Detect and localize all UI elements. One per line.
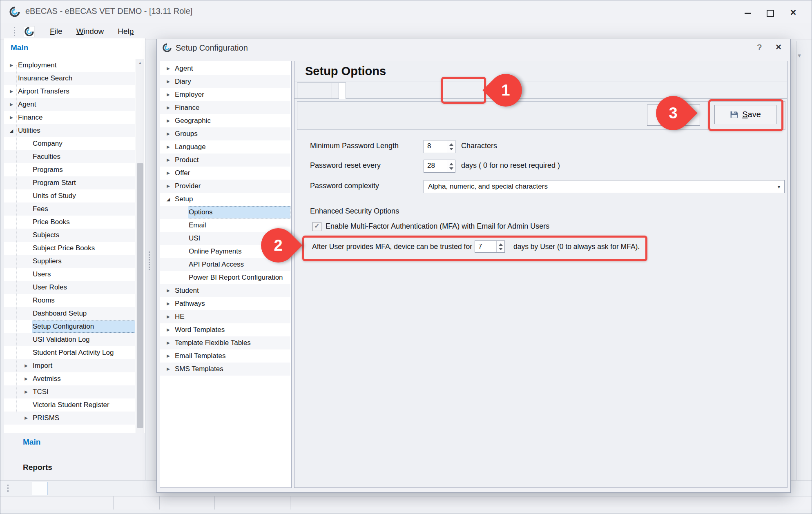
maximize-button[interactable] <box>761 7 779 19</box>
dialog-tree-item[interactable]: ▶ Language <box>160 140 290 154</box>
scrollbar-thumb[interactable] <box>137 163 143 428</box>
tree-expand-icon[interactable]: ▶ <box>165 101 172 114</box>
spinner-arrows[interactable] <box>447 160 455 172</box>
menu-item[interactable]: Window <box>75 27 106 36</box>
dialog-tree-item[interactable]: Options <box>160 206 290 219</box>
tree-expand-icon[interactable]: ▶ <box>165 75 172 88</box>
sidebar-tree-item[interactable]: ▶ Avetmiss <box>4 372 135 385</box>
tree-expand-icon[interactable]: ▶ <box>23 359 29 372</box>
sidebar-tree-item[interactable]: User Roles <box>4 281 135 294</box>
sidebar-tree-item[interactable]: Victoria Student Register <box>4 398 135 412</box>
sidebar-tree-item[interactable]: USI Validation Log <box>4 333 135 346</box>
sidebar-tree-item[interactable]: Faculties <box>4 150 135 163</box>
sidebar-tree-item[interactable]: Subjects <box>4 229 135 242</box>
sidebar-tree-item[interactable]: Suppliers <box>4 255 135 268</box>
dialog-tree-item[interactable]: ▶ Student <box>160 284 290 297</box>
dialog-tree-item[interactable]: ▶ Word Templates <box>160 323 290 336</box>
sidebar-section-reports[interactable]: Reports <box>23 463 52 472</box>
input-value[interactable]: 8 <box>424 140 447 153</box>
dialog-tree-item[interactable]: ▶ Provider <box>160 180 290 193</box>
scroll-up-icon[interactable]: ▲ <box>136 59 144 67</box>
mdi-menu-chevron[interactable]: ▾ <box>794 51 805 60</box>
splitter-grip[interactable] <box>149 251 150 270</box>
tree-expand-icon[interactable]: ▶ <box>165 323 172 336</box>
sidebar-tree-item[interactable]: ▶ Airport Transfers <box>4 85 135 98</box>
spin-down-icon[interactable] <box>449 148 453 150</box>
sidebar-tree-item[interactable]: Programs <box>4 163 135 176</box>
dialog-close-button[interactable]: × <box>772 41 785 53</box>
tree-expand-icon[interactable]: ▶ <box>165 127 172 140</box>
tree-expand-icon[interactable]: ▶ <box>23 385 29 398</box>
min-password-length-input[interactable]: 8 <box>424 140 455 153</box>
sidebar-tree-item[interactable]: Setup Configuration <box>4 320 135 333</box>
help-button[interactable]: ? <box>753 42 765 52</box>
sidebar-tree-item[interactable]: Price Books <box>4 216 135 229</box>
tree-expand-icon[interactable]: ▶ <box>8 59 15 72</box>
dialog-tree-item[interactable]: ▶ Pathways <box>160 297 290 310</box>
tree-expand-icon[interactable]: ▶ <box>165 180 172 193</box>
password-reset-input[interactable]: 28 <box>424 160 455 173</box>
dialog-tree-item[interactable]: ▶ SMS Templates <box>160 363 290 376</box>
sidebar-tree-item[interactable]: ▶ PRISMS <box>4 412 135 425</box>
sidebar-tree-item[interactable]: ▶ Finance <box>4 111 135 124</box>
dialog-tree-item[interactable]: ▶ Agent <box>160 62 290 75</box>
document-tab[interactable] <box>32 482 47 495</box>
dialog-tree-item[interactable]: ▶ Groups <box>160 127 290 140</box>
mfa-enabled-checkbox[interactable]: ✓ <box>312 222 321 231</box>
tree-expand-icon[interactable]: ▶ <box>165 167 172 180</box>
sidebar-tree-item[interactable]: Student Portal Activity Log <box>4 346 135 359</box>
minimize-button[interactable] <box>738 7 756 19</box>
dialog-tree-item[interactable]: ▶ HE <box>160 310 290 323</box>
options-tab[interactable] <box>325 82 332 99</box>
dialog-tree-item[interactable]: Power BI Report Configuration <box>160 271 290 284</box>
tree-expand-icon[interactable]: ▶ <box>165 336 172 349</box>
sidebar-tree-item[interactable]: Rooms <box>4 294 135 307</box>
sidebar-section-main[interactable]: Main <box>23 438 40 447</box>
sidebar-tree-item[interactable]: Company <box>4 137 135 150</box>
chevron-down-icon[interactable]: ▾ <box>774 183 784 190</box>
spin-up-icon[interactable] <box>449 143 453 146</box>
options-tab[interactable] <box>297 82 304 99</box>
sidebar-tree-item[interactable]: ▶ Employment <box>4 59 135 72</box>
input-value[interactable]: 28 <box>424 160 447 172</box>
tree-expand-icon[interactable]: ▶ <box>165 114 172 127</box>
sidebar-tree-item[interactable]: ▶ Import <box>4 359 135 372</box>
sidebar-scrollbar[interactable]: ▲ ▼ <box>136 59 144 456</box>
sidebar-tree-item[interactable]: Program Start <box>4 176 135 189</box>
tree-expand-icon[interactable]: ◢ <box>8 124 15 137</box>
tree-expand-icon[interactable]: ▶ <box>165 62 172 75</box>
password-complexity-select[interactable]: Alpha, numeric, and special characters ▾ <box>424 180 785 193</box>
document-tab[interactable] <box>12 482 28 495</box>
tree-expand-icon[interactable]: ▶ <box>165 284 172 297</box>
options-tab[interactable] <box>339 82 346 99</box>
sidebar-tree-item[interactable]: Fees <box>4 202 135 216</box>
tree-expand-icon[interactable]: ▶ <box>165 297 172 310</box>
sidebar-tree-item[interactable]: Users <box>4 268 135 281</box>
tree-expand-icon[interactable]: ◢ <box>165 193 172 206</box>
dialog-tree-item[interactable]: ▶ Template Flexible Tables <box>160 336 290 349</box>
dialog-tree-item[interactable]: ▶ Geographic <box>160 114 290 127</box>
options-tab[interactable] <box>318 82 325 99</box>
options-tab[interactable] <box>311 82 318 99</box>
sidebar-tree-item[interactable]: Insurance Search <box>4 72 135 85</box>
dialog-tree-item[interactable]: ▶ Diary <box>160 75 290 88</box>
options-tab[interactable] <box>332 82 339 99</box>
tree-expand-icon[interactable]: ▶ <box>165 363 172 376</box>
close-button[interactable]: × <box>784 7 802 18</box>
dialog-tree-item[interactable]: ▶ Email Templates <box>160 349 290 363</box>
sidebar-tree-item[interactable]: ▶ TCSI <box>4 385 135 398</box>
tree-expand-icon[interactable]: ▶ <box>165 88 172 101</box>
menu-item[interactable]: Help <box>116 27 135 36</box>
document-tab[interactable] <box>51 482 67 495</box>
tree-expand-icon[interactable]: ▶ <box>8 85 15 98</box>
dialog-tree-item[interactable]: ▶ Employer <box>160 88 290 101</box>
tree-expand-icon[interactable]: ▶ <box>165 154 172 167</box>
sidebar-tree-item[interactable]: Subject Price Books <box>4 242 135 255</box>
sidebar-tree-item[interactable]: ▶ Agent <box>4 98 135 111</box>
tree-expand-icon[interactable]: ▶ <box>23 372 29 385</box>
tree-expand-icon[interactable]: ▶ <box>165 310 172 323</box>
sidebar-tree-item[interactable]: Dashboard Setup <box>4 307 135 320</box>
tree-expand-icon[interactable]: ▶ <box>8 98 15 111</box>
sidebar-tree-item[interactable]: ◢ Utilities <box>4 124 135 137</box>
menu-item[interactable]: File <box>48 27 64 36</box>
